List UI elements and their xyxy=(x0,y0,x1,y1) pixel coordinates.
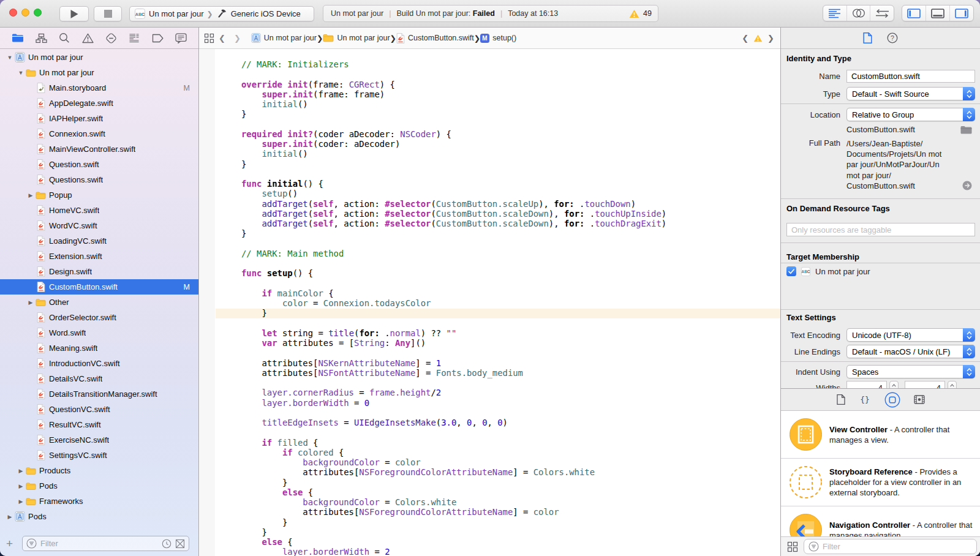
zoom-window-button[interactable] xyxy=(34,9,42,17)
line-endings-dropdown[interactable]: Default - macOS / Unix (LF) xyxy=(846,345,975,358)
indent-using-dropdown[interactable]: Spaces xyxy=(846,365,975,378)
warning-count-badge[interactable]: 49 xyxy=(629,6,652,21)
open-path-arrow-icon[interactable] xyxy=(962,181,972,190)
breadcrumb-item[interactable]: Un mot par jour xyxy=(323,34,390,42)
tree-item[interactable]: ▶Pods xyxy=(0,478,198,494)
tree-item[interactable]: Meaning.swift xyxy=(0,340,198,356)
swift-file-icon xyxy=(36,251,46,261)
library-item[interactable]: View Controller - A controller that mana… xyxy=(781,411,980,459)
tree-item[interactable]: Questions.swift xyxy=(0,172,198,187)
tree-item[interactable]: MainViewController.swift xyxy=(0,141,198,157)
library-item[interactable]: Navigation Controller - A controller tha… xyxy=(781,506,980,536)
filter-icon xyxy=(809,541,819,552)
tree-item[interactable]: ▶Products xyxy=(0,463,198,478)
scheme-selector[interactable]: ABC Un mot par jour ❯ Generic iOS Device xyxy=(129,6,314,21)
navigator-tab-debug-navigator[interactable] xyxy=(127,33,141,43)
go-back-button[interactable]: ❮ xyxy=(214,34,230,43)
standard-editor-button[interactable] xyxy=(823,6,846,21)
library-grid-view-icon[interactable] xyxy=(787,541,798,552)
tree-item[interactable]: IAPHelper.swift xyxy=(0,111,198,126)
tree-item[interactable]: ▶Frameworks xyxy=(0,494,198,509)
tree-item[interactable]: IntroductionVC.swift xyxy=(0,356,198,371)
assistant-editor-button[interactable] xyxy=(846,6,870,21)
go-forward-button[interactable]: ❯ xyxy=(230,34,245,43)
tree-item[interactable]: HomeVC.swift xyxy=(0,203,198,218)
tree-item[interactable]: Main.storyboardM xyxy=(0,80,198,96)
tree-item[interactable]: Design.swift xyxy=(0,264,198,279)
tree-item[interactable]: LoadingVC.swift xyxy=(0,233,198,249)
inspector-tab-quick-help-inspector[interactable]: ? xyxy=(887,32,898,43)
tree-item[interactable]: ▶Popup xyxy=(0,187,198,203)
tree-item[interactable]: Extension.swift xyxy=(0,249,198,264)
location-dropdown[interactable]: Relative to Group xyxy=(846,108,975,121)
tree-item[interactable]: DetailsVC.swift xyxy=(0,371,198,386)
breadcrumb-item[interactable]: CustomButton.swift xyxy=(396,33,474,43)
library-tab-code-snippet-library[interactable]: {} xyxy=(859,395,871,404)
tree-item-label: Other xyxy=(49,298,69,307)
next-issue-button[interactable]: ❯ xyxy=(767,34,774,43)
library-tab-file-template-library[interactable] xyxy=(837,394,845,405)
tree-item[interactable]: CustomButton.swiftM xyxy=(0,279,198,295)
navigator-filter-field[interactable]: Filter xyxy=(22,536,189,551)
swift-file-icon xyxy=(36,343,46,353)
tree-item[interactable]: ExerciseNC.swift xyxy=(0,432,198,448)
disclosure-triangle-icon[interactable]: ▶ xyxy=(16,498,26,505)
inspector-panel-button[interactable] xyxy=(949,6,973,21)
navigator-tab-find-navigator[interactable] xyxy=(58,32,71,43)
version-editor-button[interactable] xyxy=(870,6,894,21)
tree-item[interactable]: Connexion.swift xyxy=(0,126,198,141)
tree-item[interactable]: ▶Other xyxy=(0,295,198,310)
tree-item[interactable]: Question.swift xyxy=(0,157,198,172)
minimize-window-button[interactable] xyxy=(21,9,29,17)
disclosure-triangle-icon[interactable]: ▶ xyxy=(16,468,26,474)
navigator-panel-button[interactable] xyxy=(902,6,925,21)
disclosure-triangle-icon[interactable]: ▶ xyxy=(5,514,15,520)
tree-item[interactable]: WordVC.swift xyxy=(0,218,198,233)
tree-item[interactable]: ▼Un mot par jour xyxy=(0,65,198,80)
breadcrumb-item[interactable]: Msetup() xyxy=(480,34,516,43)
text-encoding-dropdown[interactable]: Unicode (UTF-8) xyxy=(846,328,975,342)
navigator-tab-symbol-navigator[interactable] xyxy=(34,33,48,43)
tree-item[interactable]: Word.swift xyxy=(0,325,198,340)
open-folder-icon[interactable] xyxy=(960,126,972,134)
target-checkbox[interactable] xyxy=(786,266,796,276)
tree-item[interactable]: OrderSelector.swift xyxy=(0,310,198,325)
tree-item[interactable]: QuestionVC.swift xyxy=(0,402,198,417)
disclosure-triangle-icon[interactable]: ▶ xyxy=(26,299,36,306)
stop-button[interactable] xyxy=(94,6,122,21)
disclosure-triangle-icon[interactable]: ▶ xyxy=(16,483,26,489)
tree-item[interactable]: ▶Pods xyxy=(0,509,198,524)
related-items-icon[interactable] xyxy=(204,33,214,43)
navigator-tab-report-navigator[interactable] xyxy=(174,33,187,43)
previous-issue-button[interactable]: ❮ xyxy=(742,34,748,43)
odr-tags-field[interactable]: Only resources are taggable xyxy=(786,223,975,236)
source-editor[interactable]: // MARK: Initializers override init(fram… xyxy=(199,49,780,556)
navigator-tab-issue-navigator[interactable] xyxy=(81,33,94,43)
library-item[interactable]: Storyboard Reference - Provides a placeh… xyxy=(781,459,980,506)
breadcrumb-item[interactable]: Un mot par jour xyxy=(251,33,317,43)
name-field[interactable]: CustomButton.swift xyxy=(846,70,975,83)
disclosure-triangle-icon[interactable]: ▼ xyxy=(16,70,26,76)
disclosure-triangle-icon[interactable]: ▼ xyxy=(5,54,15,61)
close-window-button[interactable] xyxy=(9,9,17,17)
tree-item[interactable]: ResultVC.swift xyxy=(0,417,198,432)
tree-item[interactable]: DetailsTransitionManager.swift xyxy=(0,386,198,402)
type-dropdown[interactable]: Default - Swift Source xyxy=(846,87,975,100)
navigator-tab-project-navigator[interactable] xyxy=(11,33,24,43)
navigator-tab-breakpoint-navigator[interactable] xyxy=(151,34,164,43)
run-button[interactable] xyxy=(59,6,89,21)
library-tab-media-library[interactable] xyxy=(914,395,925,404)
tree-item[interactable]: SettingsVC.swift xyxy=(0,448,198,463)
disclosure-triangle-icon[interactable]: ▶ xyxy=(26,192,36,198)
library-tab-object-library[interactable] xyxy=(884,392,900,408)
add-item-button[interactable]: + xyxy=(6,538,13,550)
status-build-time: Today at 16:13 xyxy=(508,9,558,18)
tree-item[interactable]: ▼Un mot par jour xyxy=(0,50,198,65)
navigator-tab-test-navigator[interactable] xyxy=(104,32,118,44)
debug-area-panel-button[interactable] xyxy=(925,6,949,21)
tree-item[interactable]: AppDelegate.swift xyxy=(0,96,198,111)
library-filter-field[interactable]: Filter xyxy=(804,539,977,554)
issue-warning-icon[interactable] xyxy=(753,34,763,42)
inspector-tab-file-inspector[interactable] xyxy=(863,32,872,43)
breakpoint-gutter[interactable] xyxy=(200,49,215,556)
